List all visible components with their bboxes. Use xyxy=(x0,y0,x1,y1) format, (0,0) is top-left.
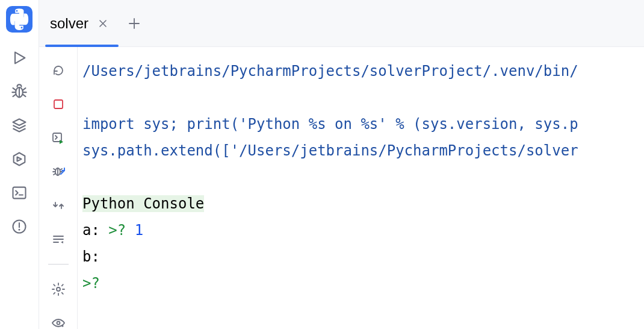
terminal-icon[interactable] xyxy=(11,184,28,201)
input-marker: >? xyxy=(108,222,134,239)
tab-bar: solver xyxy=(39,0,644,47)
syspath-line: sys.path.extend(['/Users/jetbrains/Pycha… xyxy=(82,142,578,159)
problems-icon[interactable] xyxy=(11,218,28,235)
execute-selection-icon[interactable] xyxy=(49,129,67,147)
history-icon[interactable] xyxy=(49,196,67,215)
separator xyxy=(48,264,69,265)
run-icon[interactable] xyxy=(11,49,28,66)
svg-point-7 xyxy=(57,287,60,291)
rerun-icon[interactable] xyxy=(49,61,67,80)
show-variables-icon[interactable] xyxy=(49,314,67,329)
svg-rect-1 xyxy=(13,187,26,199)
svg-point-8 xyxy=(57,322,60,325)
current-prompt: >? xyxy=(82,275,100,292)
services-icon[interactable] xyxy=(11,151,28,168)
close-icon[interactable] xyxy=(98,19,108,28)
prompt-a-label: a: xyxy=(82,222,108,239)
stop-icon[interactable] xyxy=(49,95,67,113)
python-logo[interactable] xyxy=(6,6,33,33)
tab-solver[interactable]: solver xyxy=(50,0,108,47)
console-output[interactable]: /Users/jetbrains/PycharmProjects/solverP… xyxy=(78,47,644,329)
prompt-a-value: 1 xyxy=(135,222,143,239)
import-line: import sys; print('Python %s on %s' % (s… xyxy=(82,116,578,133)
add-tab-icon[interactable] xyxy=(127,16,141,31)
main-panel: solver xyxy=(39,0,644,329)
left-tool-rail xyxy=(0,0,39,329)
console-banner: Python Console xyxy=(82,195,204,212)
svg-rect-4 xyxy=(54,100,63,108)
settings-icon[interactable] xyxy=(49,280,67,298)
attach-debugger-icon[interactable] xyxy=(49,163,67,181)
svg-point-3 xyxy=(19,229,20,231)
prompt-b-label: b: xyxy=(82,248,108,265)
interpreter-path: /Users/jetbrains/PycharmProjects/solverP… xyxy=(82,63,578,80)
packages-icon[interactable] xyxy=(11,117,28,134)
soft-wrap-icon[interactable] xyxy=(49,230,67,248)
tab-label: solver xyxy=(50,15,88,32)
console-toolbar xyxy=(39,47,78,329)
bug-icon[interactable] xyxy=(11,83,28,100)
svg-point-9 xyxy=(61,325,63,327)
